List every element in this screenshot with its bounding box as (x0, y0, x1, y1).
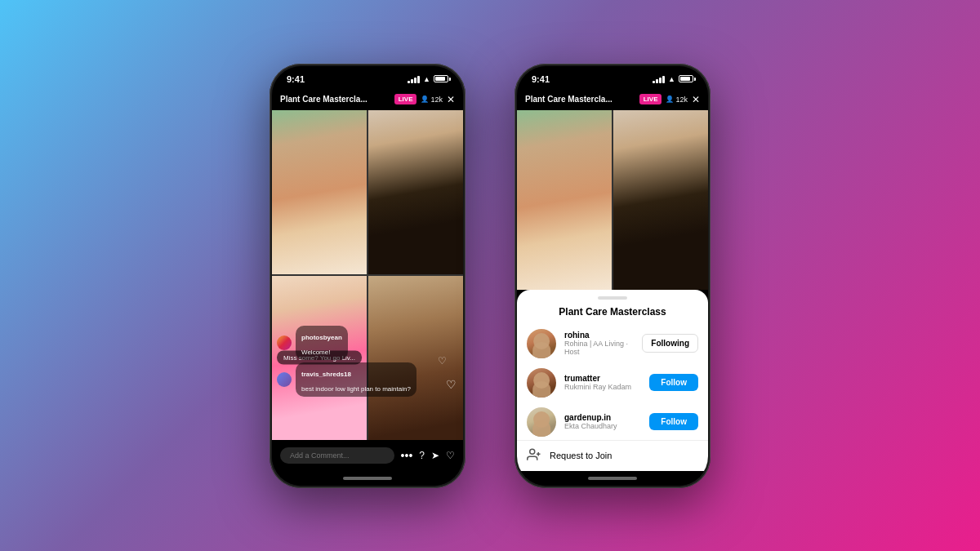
home-indicator-2 (588, 477, 637, 480)
user-info-trumatter: trumatter Rukmini Ray Kadam (564, 374, 641, 391)
phone-bottom-1 (272, 471, 463, 486)
chat-username-1: photosbyean (301, 334, 342, 341)
user-list: rohina Rohina | AA Living · Host Followi… (517, 324, 708, 437)
share-icon[interactable]: ➤ (431, 450, 439, 461)
wifi-icon-1: ▲ (423, 75, 430, 83)
close-button-2[interactable]: ✕ (692, 94, 700, 105)
request-join-text: Request to Join (550, 451, 612, 460)
chat-username-2: travis_shreds18 (301, 371, 351, 378)
notch-2 (580, 66, 645, 84)
live-badge-1: LIVE (394, 94, 417, 104)
video-half-1 (517, 110, 612, 290)
user-name-gardenup: Ekta Chaudhary (564, 422, 641, 430)
user-row-gardenup: gardenup.in Ekta Chaudhary Follow (517, 402, 708, 437)
video-grid-1: Miss some? You go Liv... photosbyean Wel… (272, 110, 463, 440)
request-join[interactable]: Request to Join (517, 440, 708, 471)
home-indicator-1 (343, 477, 392, 480)
following-button-rohina[interactable]: Following (642, 334, 698, 353)
video-cell-1 (272, 110, 367, 274)
wifi-icon-2: ▲ (668, 75, 675, 83)
user-row-rohina: rohina Rohina | AA Living · Host Followi… (517, 324, 708, 363)
battery-icon-2 (679, 75, 693, 82)
follow-button-gardenup[interactable]: Follow (649, 413, 698, 430)
live-badge-2: LIVE (639, 94, 662, 104)
chat-message-1: photosbyean Welcome! (277, 326, 458, 360)
status-icons-1: ▲ (408, 75, 448, 83)
status-time-2: 9:41 (532, 74, 550, 84)
viewer-count-2: 👤 12k (666, 96, 688, 104)
user-row-trumatter: trumatter Rukmini Ray Kadam Follow (517, 363, 708, 402)
video-split-2 (517, 110, 708, 290)
chat-message-2: travis_shreds18 best indoor low light pl… (277, 362, 458, 397)
avatar-rohina (527, 329, 556, 358)
phone-2: 9:41 ▲ Plant Care Masterclа... LIVE (514, 64, 710, 488)
close-button-1[interactable]: ✕ (447, 94, 455, 105)
user-info-gardenup: gardenup.in Ekta Chaudhary (564, 413, 641, 430)
status-time-1: 9:41 (287, 74, 305, 84)
chat-bubble-2: travis_shreds18 best indoor low light pl… (296, 362, 416, 397)
user-name-rohina: Rohina | AA Living · Host (564, 340, 634, 356)
more-button[interactable]: ••• (401, 449, 413, 462)
user-handle-gardenup: gardenup.in (564, 413, 641, 422)
viewer-count-1: 👤 12k (421, 96, 443, 104)
live-badges-1: LIVE 👤 12k ✕ (394, 94, 455, 105)
like-icon[interactable]: ♡ (446, 450, 455, 461)
request-join-icon (527, 447, 541, 464)
notch (335, 66, 400, 84)
chat-text-2: best indoor low light plan to maintain? (301, 385, 411, 393)
user-name-trumatter: Rukmini Ray Kadam (564, 383, 641, 391)
live-badges-2: LIVE 👤 12k ✕ (639, 94, 700, 105)
white-panel: Plant Care Masterclass rohina Rohina | A… (517, 290, 708, 471)
chat-overlay: photosbyean Welcome! travis_shreds18 bes… (277, 326, 458, 399)
avatar-trumatter (527, 368, 556, 398)
battery-icon-1 (434, 75, 448, 82)
comment-actions: ? ➤ ♡ (419, 450, 455, 461)
chat-avatar-2 (277, 372, 292, 387)
live-header-1: Plant Care Masterclа... LIVE 👤 12k ✕ (272, 89, 463, 110)
phone-1: 9:41 ▲ Plant Care Masterclа... LIVE (270, 64, 466, 488)
chat-avatar-1 (277, 335, 292, 350)
chat-bubble-1: photosbyean Welcome! (296, 326, 348, 360)
video-cell-2 (368, 110, 463, 274)
user-handle-rohina: rohina (564, 331, 634, 340)
comment-input[interactable] (280, 447, 394, 464)
chat-text-1: Welcome! (301, 349, 330, 356)
avatar-gardenup (527, 407, 556, 437)
live-title-1: Plant Care Masterclа... (280, 95, 368, 104)
panel-title: Plant Care Masterclass (517, 303, 708, 324)
follow-button-trumatter[interactable]: Follow (649, 374, 698, 391)
signal-bars-2 (653, 75, 665, 83)
user-info-rohina: rohina Rohina | AA Living · Host (564, 331, 634, 356)
live-title-2: Plant Care Masterclа... (525, 95, 612, 104)
status-icons-2: ▲ (653, 75, 693, 83)
user-handle-trumatter: trumatter (564, 374, 641, 383)
question-icon[interactable]: ? (419, 450, 425, 461)
phone-bottom-2 (517, 471, 708, 486)
comment-bar: ••• ? ➤ ♡ (272, 440, 463, 471)
signal-bars-1 (408, 75, 420, 83)
video-half-2 (613, 110, 708, 290)
panel-handle (598, 296, 627, 300)
svg-point-0 (530, 449, 535, 454)
live-header-2: Plant Care Masterclа... LIVE 👤 12k ✕ (517, 89, 708, 110)
